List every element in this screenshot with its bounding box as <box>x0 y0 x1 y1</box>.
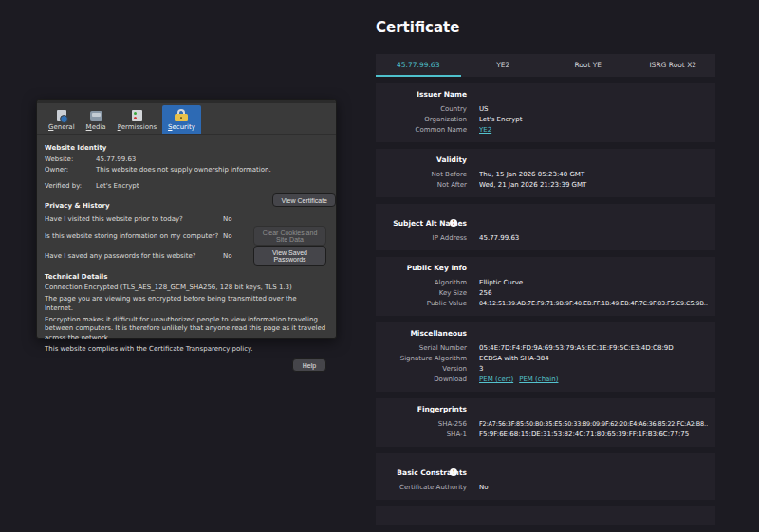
cookies-question: Is this website storing information on m… <box>45 232 223 240</box>
document-info-icon <box>57 110 66 121</box>
technical-details-heading: Technical Details <box>45 273 326 281</box>
version-row: Version 3 <box>376 364 708 375</box>
not-after-row: Not After Wed, 21 Jan 2026 21:23:39 GMT <box>376 180 708 191</box>
row-value: F5:9F:6E:68:15:DE:31:53:82:4C:71:80:65:3… <box>479 430 708 440</box>
certificate-tab-bar: 45.77.99.63 YE2 Root YE ISRG Root X2 <box>376 54 715 77</box>
passwords-question: Have I saved any passwords for this webs… <box>45 252 223 260</box>
padlock-icon <box>175 109 188 121</box>
tab-security[interactable]: Security <box>162 105 201 134</box>
technical-line-explanation: Encryption makes it difficult for unauth… <box>45 316 326 343</box>
tab-general-label: General <box>48 123 75 131</box>
row-label: Public Value <box>376 299 467 309</box>
visited-question: Have I visited this website prior to tod… <box>45 215 223 223</box>
subject-alt-names-heading: Subject Alt Names <box>376 219 467 228</box>
view-saved-passwords-button[interactable]: View Saved Passwords <box>253 246 326 266</box>
miscellaneous-heading: Miscellaneous <box>376 329 467 338</box>
clear-cookies-button[interactable]: Clear Cookies and Site Data <box>253 226 326 246</box>
row-value: 04:12:51:39:AD:7E:F9:71:9B:9F:40:EB:FF:1… <box>479 299 708 309</box>
row-label: Organization <box>376 115 467 125</box>
certificate-authority-row: Certificate Authority No <box>376 483 708 493</box>
section-next-cutoff <box>376 506 715 525</box>
ip-address-row: IP Address 45.77.99.63 <box>376 233 708 244</box>
tab-general[interactable]: General <box>43 106 81 134</box>
row-value: F2:A7:56:3F:85:50:B0:35:E5:50:33:89:09:9… <box>479 419 708 430</box>
section-fingerprints: Fingerprints SHA-256 F2:A7:56:3F:85:50:B… <box>376 398 715 447</box>
row-value: Wed, 21 Jan 2026 21:23:39 GMT <box>479 180 708 191</box>
row-label: Country <box>376 104 467 115</box>
section-issuer-name: Issuer Name Country US Organization Let'… <box>376 83 715 142</box>
validity-heading: Validity <box>376 156 467 164</box>
row-value: Let's Encrypt <box>479 115 708 125</box>
tab-security-label: Security <box>168 123 195 131</box>
row-label: Not After <box>376 180 467 191</box>
privacy-row-passwords: Have I saved any passwords for this webs… <box>45 246 326 266</box>
permissions-icon <box>132 110 142 121</box>
privacy-row-visited: Have I visited this website prior to tod… <box>45 212 326 227</box>
row-value: No <box>479 483 708 493</box>
certificate-page-title: Certificate <box>376 19 715 36</box>
technical-line-encrypted-before: The page you are viewing was encrypted b… <box>45 295 326 313</box>
sha256-row: SHA-256 F2:A7:56:3F:85:50:B0:35:E5:50:33… <box>376 419 708 430</box>
section-validity: Validity Not Before Thu, 15 Jan 2026 05:… <box>376 149 715 197</box>
view-certificate-button[interactable]: View Certificate <box>272 193 336 207</box>
sha1-row: SHA-1 F5:9F:6E:68:15:DE:31:53:82:4C:71:8… <box>376 430 708 440</box>
technical-line-ct-policy: This website complies with the Certifica… <box>45 345 326 355</box>
page-info-dialog: General Media Permissions Security Websi… <box>36 99 337 339</box>
cert-tab-root[interactable]: Root YE <box>546 54 631 77</box>
owner-row: Owner: This website does not supply owne… <box>45 165 326 175</box>
cert-tab-intermediate[interactable]: YE2 <box>461 54 546 77</box>
signature-algorithm-row: Signature Algorithm ECDSA with SHA-384 <box>376 354 708 364</box>
row-value: Elliptic Curve <box>479 278 708 288</box>
serial-number-row: Serial Number 05:4E:7D:F4:FD:9A:69:53:79… <box>376 343 708 354</box>
cookies-answer: No <box>223 232 253 240</box>
certificate-viewer: Certificate 45.77.99.63 YE2 Root YE ISRG… <box>376 19 715 525</box>
media-icon <box>90 111 102 121</box>
cert-tab-isrg-root[interactable]: ISRG Root X2 <box>631 54 716 77</box>
cert-tab-leaf[interactable]: 45.77.99.63 <box>376 54 461 77</box>
verified-by-value: Let's Encrypt <box>96 181 326 192</box>
issuer-name-heading: Issuer Name <box>376 90 467 99</box>
row-label: Key Size <box>376 288 467 299</box>
tab-permissions[interactable]: Permissions <box>112 106 162 134</box>
pem-cert-link[interactable]: PEM (cert) <box>479 376 513 383</box>
public-value-row: Public Value 04:12:51:39:AD:7E:F9:71:9B:… <box>376 299 708 309</box>
row-label: Algorithm <box>376 278 467 288</box>
common-name-link[interactable]: YE2 <box>479 126 491 134</box>
passwords-answer: No <box>223 252 253 260</box>
key-size-row: Key Size 256 <box>376 288 708 299</box>
row-label: SHA-1 <box>376 430 467 440</box>
tab-permissions-label: Permissions <box>118 123 157 131</box>
section-miscellaneous: Miscellaneous Serial Number 05:4E:7D:F4:… <box>376 322 715 392</box>
row-label: Download <box>376 375 467 385</box>
row-value: 45.77.99.63 <box>479 233 708 244</box>
website-value: 45.77.99.63 <box>96 155 326 165</box>
visited-answer: No <box>223 215 253 223</box>
not-before-row: Not Before Thu, 15 Jan 2026 05:23:40 GMT <box>376 170 708 180</box>
download-row: Download PEM (cert)PEM (chain) <box>376 375 708 385</box>
row-value: 256 <box>479 288 708 299</box>
website-row: Website: 45.77.99.63 <box>45 155 326 165</box>
row-label: SHA-256 <box>376 419 467 430</box>
technical-line-encryption: Connection Encrypted (TLS_AES_128_GCM_SH… <box>45 284 326 293</box>
row-label: Not Before <box>376 170 467 180</box>
algorithm-row: Algorithm Elliptic Curve <box>376 278 708 288</box>
row-label: Version <box>376 364 467 375</box>
privacy-row-cookies: Is this website storing information on m… <box>45 226 326 246</box>
row-value: ECDSA with SHA-384 <box>479 354 708 364</box>
website-identity-heading: Website Identity <box>45 144 326 152</box>
page-info-tab-bar: General Media Permissions Security <box>37 103 336 135</box>
fingerprints-heading: Fingerprints <box>376 405 467 413</box>
row-label: IP Address <box>376 233 467 244</box>
help-button[interactable]: Help <box>292 358 326 372</box>
section-basic-constraints: ! Basic Constraints Certificate Authorit… <box>376 453 715 500</box>
row-label: Certificate Authority <box>376 483 467 493</box>
section-public-key-info: Public Key Info Algorithm Elliptic Curve… <box>376 257 715 316</box>
pem-chain-link[interactable]: PEM (chain) <box>519 376 558 383</box>
row-label: Common Name <box>376 125 467 136</box>
owner-value: This website does not supply ownership i… <box>96 165 326 175</box>
tab-media[interactable]: Media <box>81 105 112 134</box>
owner-label: Owner: <box>45 165 96 175</box>
section-subject-alt-names: ! Subject Alt Names IP Address 45.77.99.… <box>376 204 715 250</box>
website-label: Website: <box>45 155 96 165</box>
row-value: 05:4E:7D:F4:FD:9A:69:53:79:A5:EC:1E:F9:5… <box>479 343 708 354</box>
